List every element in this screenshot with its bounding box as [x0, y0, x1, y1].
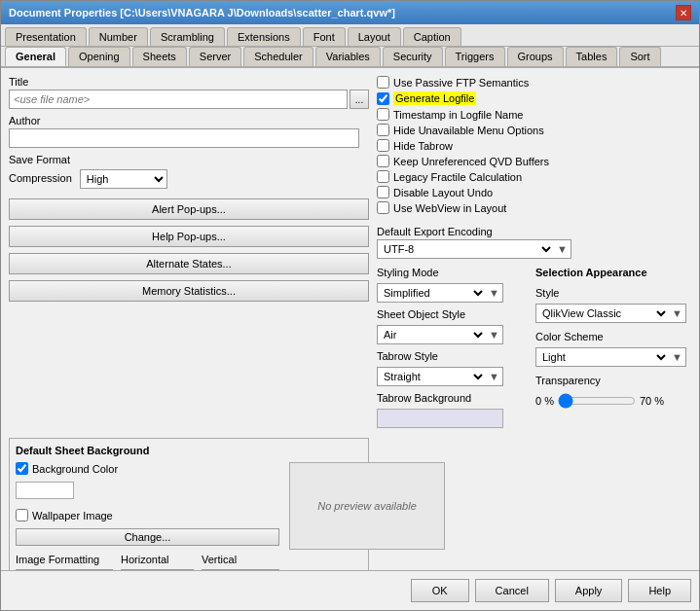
compression-label: Compression [9, 172, 72, 184]
cb-label-use-passive-ftp: Use Passive FTP Semantics [393, 77, 529, 89]
tab-groups[interactable]: Groups [507, 47, 564, 66]
change-button[interactable]: Change... [16, 528, 279, 546]
top-section: Title ... Author Save Format Compression… [9, 76, 691, 428]
styling-mode-select[interactable]: Simplified Custom [378, 284, 486, 302]
cb-row-legacy-fractile: Legacy Fractile Calculation [377, 170, 691, 183]
sheet-bg-title: Default Sheet Background [16, 445, 362, 456]
title-input-group: ... [9, 90, 369, 109]
left-panel: Title ... Author Save Format Compression… [9, 76, 369, 428]
color-scheme-dropdown[interactable]: Light Dark Gray ▼ [535, 347, 686, 367]
apply-button[interactable]: Apply [555, 579, 623, 602]
cb-hide-unavailable[interactable] [377, 124, 389, 136]
tab-scrambling[interactable]: Scrambling [150, 27, 225, 46]
author-input[interactable] [9, 128, 359, 148]
style-left-column: Styling Mode Simplified Custom ▼ Sheet O… [377, 267, 532, 428]
window-title: Document Properties [C:\Users\VNAGARA J\… [9, 7, 395, 18]
sheet-object-style-select[interactable]: Air Classic Office [378, 326, 486, 343]
author-label: Author [9, 115, 369, 126]
tabrow-bg-label: Tabrow Background [377, 392, 532, 404]
close-button[interactable]: ✕ [676, 5, 691, 20]
cb-bg-color[interactable] [16, 462, 28, 475]
cb-timestamp[interactable] [377, 108, 389, 121]
content-area: Title ... Author Save Format Compression… [1, 68, 699, 570]
tab-triggers[interactable]: Triggers [445, 47, 505, 66]
selection-appearance-column: Selection Appearance Style QlikView Clas… [535, 267, 691, 428]
cb-generate-logfile[interactable] [377, 92, 389, 105]
footer-buttons: OK Cancel Apply Help [1, 570, 699, 610]
tab-caption[interactable]: Caption [403, 27, 461, 46]
cb-hide-tabrow[interactable] [377, 139, 389, 152]
tab-layout[interactable]: Layout [348, 27, 401, 46]
preview-box: No preview available [289, 462, 445, 550]
cb-legacy-fractile[interactable] [377, 170, 389, 183]
cancel-button[interactable]: Cancel [475, 579, 549, 602]
alternate-states-button[interactable]: Alternate States... [9, 253, 369, 274]
encoding-section: Default Export Encoding UTF-8 UTF-16 ANS… [377, 226, 691, 259]
color-scheme-select[interactable]: Light Dark Gray [536, 348, 669, 366]
tab-sheets[interactable]: Sheets [132, 47, 187, 66]
compression-row: Compression High Medium Low [9, 169, 369, 189]
cb-disable-layout[interactable] [377, 186, 389, 198]
tab-tables[interactable]: Tables [566, 47, 618, 66]
tab-general[interactable]: General [5, 47, 66, 66]
cb-keep-unreferenced[interactable] [377, 155, 389, 167]
title-label: Title [9, 76, 369, 88]
tabrow-style-dropdown[interactable]: Straight Curved None ▼ [377, 367, 503, 386]
tab-sort[interactable]: Sort [619, 47, 660, 66]
bg-color-swatch[interactable] [16, 482, 74, 499]
tab-variables[interactable]: Variables [315, 47, 381, 66]
cb-label-disable-layout: Disable Layout Undo [393, 187, 493, 198]
cb-wallpaper[interactable] [16, 509, 28, 521]
style-label: Style [535, 287, 691, 299]
action-buttons: Alert Pop-ups... Help Pop-ups... Alterna… [9, 198, 369, 302]
sheet-object-style-dropdown[interactable]: Air Classic Office ▼ [377, 325, 503, 344]
tab-extensions[interactable]: Extensions [227, 27, 301, 46]
memory-statistics-button[interactable]: Memory Statistics... [9, 280, 369, 302]
ok-button[interactable]: OK [411, 579, 469, 602]
top-tab-row: Presentation Number Scrambling Extension… [1, 24, 699, 47]
tabrow-style-label: Tabrow Style [377, 350, 532, 362]
tab-number[interactable]: Number [89, 27, 148, 46]
styling-section: Styling Mode Simplified Custom ▼ Sheet O… [377, 267, 691, 428]
encoding-dropdown[interactable]: UTF-8 UTF-16 ANSI ▼ [377, 239, 571, 259]
tab-font[interactable]: Font [303, 27, 346, 46]
format-group-main: Image Formatting No Stretch Stretch Fit … [16, 554, 113, 570]
encoding-label: Default Export Encoding [377, 226, 691, 237]
styling-mode-dropdown[interactable]: Simplified Custom ▼ [377, 283, 503, 303]
tab-scheduler[interactable]: Scheduler [243, 47, 313, 66]
tab-security[interactable]: Security [383, 47, 443, 66]
title-browse-button[interactable]: ... [350, 90, 369, 109]
compression-dropdown[interactable]: High Medium Low [80, 169, 167, 189]
transparency-slider[interactable] [558, 393, 636, 409]
cb-label-hide-tabrow: Hide Tabrow [393, 140, 453, 152]
tab-presentation[interactable]: Presentation [5, 27, 87, 46]
tabrow-bg-swatch[interactable] [377, 409, 503, 428]
encoding-select[interactable]: UTF-8 UTF-16 ANSI [378, 240, 554, 258]
cb-row-hide-tabrow: Hide Tabrow [377, 139, 691, 152]
compression-select[interactable]: High Medium Low [81, 170, 166, 188]
cb-row-use-passive-ftp: Use Passive FTP Semantics [377, 76, 691, 89]
vertical-label: Vertical [202, 554, 279, 565]
preview-text: No preview available [317, 500, 417, 512]
sheet-bg-panel: Default Sheet Background Background Colo… [9, 438, 369, 570]
cb-label-wallpaper: Wallpaper Image [32, 510, 113, 521]
style-dropdown[interactable]: QlikView Classic Checkbox LED ▼ [535, 304, 686, 323]
bg-right: No preview available [289, 462, 445, 550]
cb-row-hide-unavailable: Hide Unavailable Menu Options [377, 124, 691, 136]
tab-opening[interactable]: Opening [68, 47, 130, 66]
style-select[interactable]: QlikView Classic Checkbox LED [536, 305, 669, 322]
tab-server[interactable]: Server [189, 47, 241, 66]
help-popups-button[interactable]: Help Pop-ups... [9, 226, 369, 247]
tabrow-style-select[interactable]: Straight Curved None [378, 368, 486, 385]
cb-use-passive-ftp[interactable] [377, 76, 389, 89]
cb-label-use-webview: Use WebView in Layout [393, 202, 506, 214]
help-button[interactable]: Help [628, 579, 691, 602]
alert-popups-button[interactable]: Alert Pop-ups... [9, 198, 369, 220]
image-formatting-label: Image Formatting [16, 554, 113, 565]
cb-use-webview[interactable] [377, 201, 389, 214]
styling-mode-label: Styling Mode [377, 267, 532, 278]
title-input[interactable] [9, 90, 348, 109]
cb-label-legacy-fractile: Legacy Fractile Calculation [393, 171, 522, 183]
bg-color-row: Background Color [16, 462, 279, 475]
cb-row-generate-logfile: Generate Logfile [377, 91, 691, 105]
